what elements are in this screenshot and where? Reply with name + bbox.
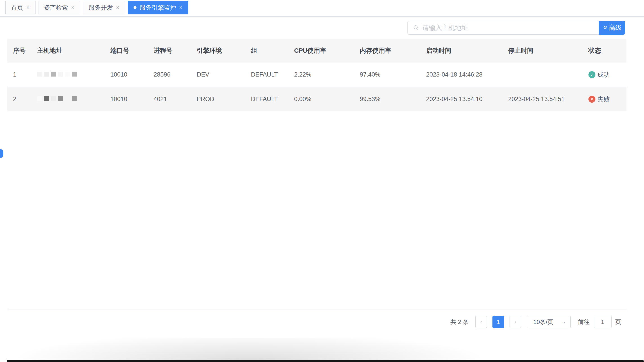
cell-start-time: 2023-04-25 13:54:10 [420, 87, 502, 111]
close-icon[interactable]: × [179, 5, 182, 10]
pagination-total: 共 2 条 [450, 318, 468, 326]
table-header-row: 序号 主机地址 端口号 进程号 引擎环境 组 CPU使用率 内存使用率 启动时间… [8, 39, 626, 63]
redacted-host-mosaic [37, 72, 77, 77]
tab-service-engine-monitor[interactable]: 服务引擎监控 × [128, 1, 188, 15]
tab-bar: 首页 × 资产检索 × 服务开发 × 服务引擎监控 × [0, 0, 644, 17]
table-row: 2 10010 4021 PROD DEFAULT 0.00% 99.53% 2… [8, 87, 626, 111]
close-icon[interactable]: × [71, 5, 75, 10]
success-check-icon: ✓ [588, 71, 596, 78]
bottom-window-edge [7, 360, 644, 362]
active-dot-icon [134, 6, 136, 9]
cell-env: DEV [191, 63, 245, 87]
tab-label: 服务引擎监控 [140, 4, 176, 12]
tab-asset-search[interactable]: 资产检索 × [38, 1, 80, 15]
page: 首页 × 资产检索 × 服务开发 × 服务引擎监控 × [0, 0, 644, 362]
cell-cpu: 2.22% [288, 63, 354, 87]
cell-host-redacted [32, 87, 105, 111]
next-page-button[interactable]: › [510, 316, 521, 328]
cell-group: DEFAULT [245, 63, 288, 87]
double-chevron-down-icon [602, 25, 608, 31]
goto-label: 前往 [578, 318, 590, 326]
cell-memory: 99.53% [354, 87, 420, 111]
page-unit-label: 页 [615, 318, 621, 326]
tab-service-dev[interactable]: 服务开发 × [83, 1, 125, 15]
chevron-left-icon: ‹ [480, 319, 482, 325]
search-box [408, 21, 599, 35]
engine-monitor-table: 序号 主机地址 端口号 进程号 引擎环境 组 CPU使用率 内存使用率 启动时间… [8, 39, 626, 111]
status-label: 成功 [597, 70, 610, 79]
cell-memory: 97.40% [354, 63, 420, 87]
chevron-right-icon: › [514, 319, 516, 325]
advanced-search-label: 高级 [609, 24, 622, 32]
cell-status: ✕ 失败 [583, 87, 626, 111]
cell-start-time: 2023-04-18 14:46:28 [420, 63, 502, 87]
cell-host-redacted [32, 63, 105, 87]
col-memory: 内存使用率 [354, 39, 420, 63]
redacted-host-mosaic [37, 96, 77, 101]
goto-page-input[interactable] [594, 316, 612, 328]
col-status: 状态 [583, 39, 626, 63]
close-icon[interactable]: × [26, 5, 30, 10]
col-group: 组 [245, 39, 288, 63]
col-env: 引擎环境 [191, 39, 245, 63]
advanced-search-button[interactable]: 高级 [599, 21, 625, 35]
col-start-time: 启动时间 [420, 39, 502, 63]
cell-cpu: 0.00% [288, 87, 354, 111]
cell-env: PROD [191, 87, 245, 111]
page-size-select[interactable]: 10条/页 ⌄ [526, 316, 571, 328]
prev-page-button[interactable]: ‹ [475, 316, 487, 328]
tab-label: 首页 [11, 4, 23, 12]
tab-home[interactable]: 首页 × [5, 1, 36, 15]
col-port: 端口号 [105, 39, 148, 63]
col-host: 主机地址 [32, 39, 105, 63]
page-size-value: 10条/页 [533, 318, 553, 326]
search-bar: 高级 [408, 21, 625, 35]
bottom-window-shadow [7, 338, 644, 360]
tab-label: 服务开发 [88, 4, 113, 12]
col-cpu: CPU使用率 [288, 39, 354, 63]
cell-status: ✓ 成功 [583, 63, 626, 87]
col-stop-time: 停止时间 [502, 39, 583, 63]
table-bottom-divider [8, 309, 626, 310]
sidebar-expand-handle[interactable] [0, 149, 3, 158]
search-input[interactable] [422, 22, 599, 34]
tab-label: 资产检索 [44, 4, 68, 12]
cell-port: 10010 [105, 87, 148, 111]
search-icon [413, 25, 419, 31]
page-number-button[interactable]: 1 [492, 316, 504, 328]
table-row: 1 10010 28596 DEV DEFAULT 2.22% 97.40% 2… [8, 63, 626, 87]
cell-pid: 4021 [148, 87, 191, 111]
cell-index: 2 [8, 87, 32, 111]
chevron-down-icon: ⌄ [562, 320, 566, 324]
close-icon[interactable]: × [116, 5, 120, 10]
cell-stop-time: 2023-04-25 13:54:51 [502, 87, 583, 111]
status-label: 失败 [597, 95, 610, 104]
fail-cross-icon: ✕ [588, 96, 596, 103]
col-pid: 进程号 [148, 39, 191, 63]
cell-stop-time [502, 63, 583, 87]
pagination: 共 2 条 ‹ 1 › 10条/页 ⌄ 前往 页 [450, 316, 621, 328]
cell-pid: 28596 [148, 63, 191, 87]
cell-port: 10010 [105, 63, 148, 87]
cell-index: 1 [8, 63, 32, 87]
col-index: 序号 [8, 39, 32, 63]
cell-group: DEFAULT [245, 87, 288, 111]
